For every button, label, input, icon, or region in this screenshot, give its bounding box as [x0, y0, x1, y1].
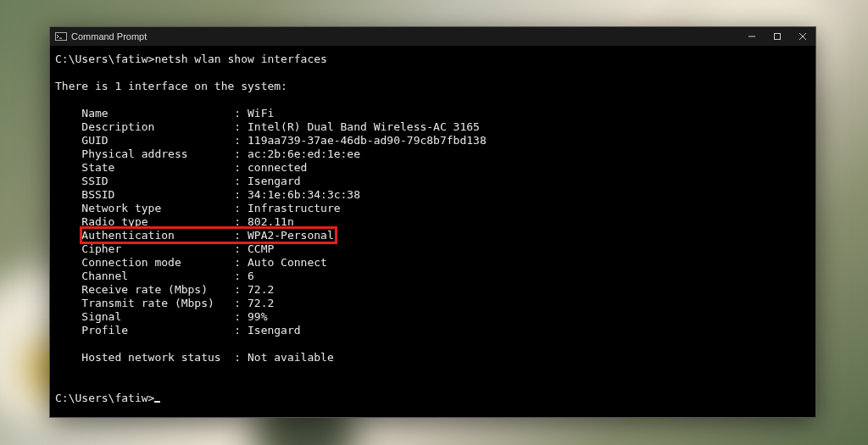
terminal-line: Hosted network status : Not available	[55, 351, 334, 364]
terminal-line: Receive rate (Mbps) : 72.2	[55, 283, 274, 296]
terminal-prompt: C:\Users\fatiw>	[55, 392, 154, 404]
terminal-line: State : connected	[55, 161, 307, 174]
terminal-line: Connection mode : Auto Connect	[55, 256, 327, 269]
terminal-line: Description : Intel(R) Dual Band Wireles…	[55, 120, 480, 133]
titlebar[interactable]: Command Prompt	[50, 27, 815, 46]
terminal-line: Radio type : 802.11n	[55, 215, 294, 228]
terminal-line: Channel : 6	[55, 270, 254, 282]
terminal-line: GUID : 119aa739-37ae-46db-ad90-79c8b7fbd…	[55, 134, 487, 147]
terminal-line: Name : WiFi	[55, 107, 274, 120]
terminal-line: SSID : Isengard	[55, 175, 301, 187]
maximize-button[interactable]	[765, 27, 790, 46]
window-title: Command Prompt	[71, 31, 147, 42]
cursor	[154, 401, 160, 403]
terminal-line: BSSID : 34:1e:6b:34:3c:38	[55, 188, 360, 201]
terminal-line: Cipher : CCMP	[55, 242, 274, 255]
command-prompt-window: Command Prompt C:\Users\fatiw>netsh wlan…	[49, 26, 816, 418]
terminal-line: There is 1 interface on the system:	[55, 80, 287, 92]
terminal-line: Network type : Infrastructure	[55, 202, 341, 214]
terminal-output[interactable]: C:\Users\fatiw>netsh wlan show interface…	[50, 46, 815, 417]
terminal-line: Profile : Isengard	[55, 324, 301, 337]
terminal-line: Authentication : WPA2-Personal	[55, 229, 334, 242]
svg-rect-0	[56, 33, 67, 41]
terminal-line: Transmit rate (Mbps) : 72.2	[55, 297, 274, 309]
terminal-line: C:\Users\fatiw>netsh wlan show interface…	[55, 53, 327, 65]
terminal-line: Physical address : ac:2b:6e:ed:1e:ee	[55, 147, 360, 160]
terminal-line: Signal : 99%	[55, 310, 267, 323]
command-prompt-icon	[55, 32, 67, 41]
close-button[interactable]	[790, 27, 815, 46]
minimize-button[interactable]	[739, 27, 765, 46]
svg-rect-3	[775, 34, 781, 40]
